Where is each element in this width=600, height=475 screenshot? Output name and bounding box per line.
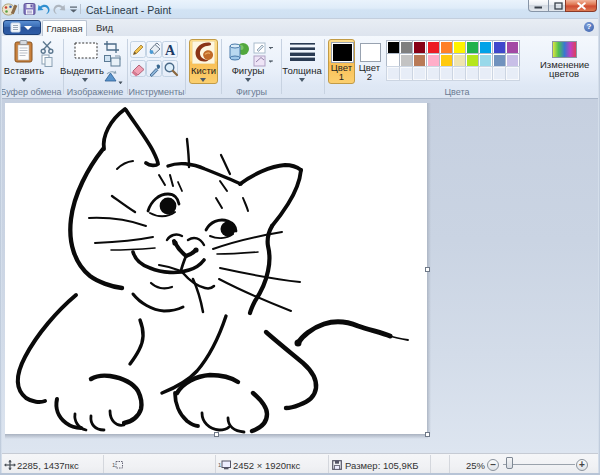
svg-text:A: A — [165, 43, 176, 58]
svg-text:1: 1 — [112, 462, 116, 468]
svg-text:1: 1 — [218, 462, 222, 468]
